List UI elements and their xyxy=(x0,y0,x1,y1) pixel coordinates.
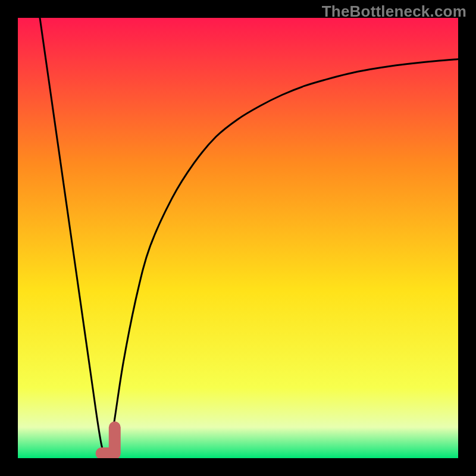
plot-area xyxy=(18,18,458,458)
chart-svg xyxy=(18,18,458,458)
chart-frame: TheBottleneck.com xyxy=(0,0,476,476)
gradient-background xyxy=(18,18,458,458)
